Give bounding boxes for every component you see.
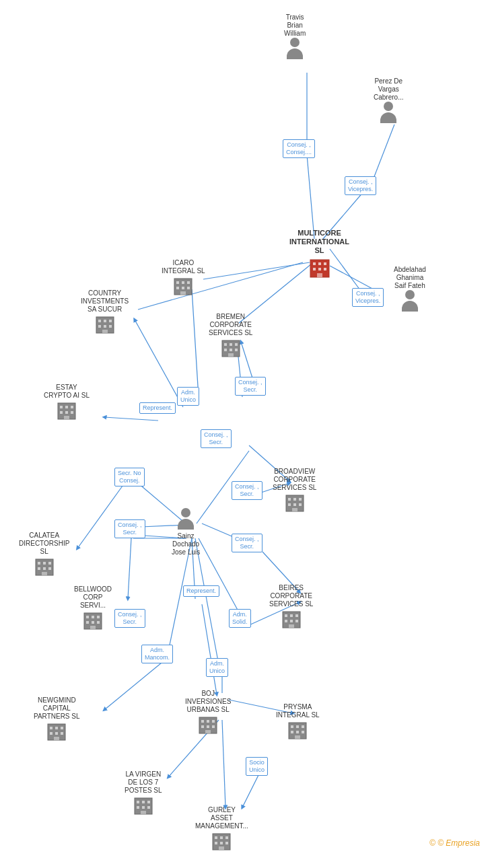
svg-rect-140 [141, 811, 146, 814]
node-boj: BOJINVERSIONESURBANAS SL [185, 690, 231, 735]
badge-adm-unico-boj: Adm.Unico [206, 658, 228, 677]
svg-rect-39 [318, 262, 321, 265]
svg-rect-75 [71, 411, 73, 414]
svg-rect-119 [207, 720, 209, 723]
svg-rect-47 [182, 281, 184, 284]
abdelahad-icon [399, 290, 421, 314]
svg-rect-59 [109, 325, 112, 328]
abdelahad-label: AbdelahadGhanimaSaif Fateh [394, 266, 426, 290]
svg-rect-50 [182, 287, 184, 289]
svg-rect-91 [48, 567, 51, 570]
svg-rect-40 [324, 262, 326, 265]
svg-line-22 [104, 663, 162, 710]
badge-consej-secr-broadview-top: Consej. ,Secr. [232, 481, 262, 500]
svg-line-11 [104, 417, 158, 421]
svg-rect-66 [230, 349, 232, 351]
svg-rect-71 [65, 406, 68, 408]
svg-line-1 [374, 124, 394, 178]
svg-rect-78 [288, 498, 291, 501]
svg-rect-57 [98, 325, 101, 328]
svg-rect-44 [317, 273, 322, 277]
svg-rect-51 [187, 287, 190, 289]
svg-rect-131 [302, 731, 304, 733]
node-la-virgen: LA VIRGENDE LOS 7POSTES SL [125, 770, 162, 816]
svg-rect-135 [142, 801, 145, 803]
boj-label: BOJINVERSIONESURBANAS SL [185, 690, 231, 714]
svg-rect-60 [102, 330, 108, 333]
node-multicore: MULTICOREINTERNATIONALSL [289, 229, 349, 280]
badge-secr-no-consej: Secr. NoConsej. [114, 468, 145, 486]
diagram-container: Travis Brian William Perez DeVargasCabre… [0, 0, 490, 855]
multicore-building-icon [308, 256, 332, 280]
svg-rect-96 [97, 616, 100, 618]
svg-rect-104 [295, 614, 298, 617]
svg-rect-58 [104, 325, 106, 328]
svg-rect-52 [180, 291, 186, 295]
icaro-building-icon [172, 275, 194, 297]
node-perez: Perez DeVargasCabrero... [374, 77, 403, 126]
badge-consej-secr-right: Consej. ,Secr. [232, 534, 262, 552]
svg-rect-86 [38, 562, 40, 565]
travis-icon [284, 38, 306, 62]
node-calatea: CALATEADIRECTORSHIPSL [19, 532, 69, 577]
beires-label: BEIRESCORPORATESERVICES SL [269, 584, 313, 608]
svg-rect-111 [55, 727, 58, 729]
node-broadview: BROADVIEWCORPORATESERVICES SL [273, 468, 316, 513]
beires-building-icon [281, 608, 302, 630]
svg-rect-80 [299, 498, 302, 501]
watermark-copyright: © [429, 838, 435, 848]
prysma-building-icon [287, 719, 308, 741]
svg-rect-73 [60, 411, 63, 414]
svg-rect-105 [285, 620, 287, 622]
badge-perez-multicore: Consej. ,Vicepres. [345, 176, 376, 195]
svg-rect-124 [205, 730, 211, 733]
node-icaro: ICAROINTEGRAL SL [162, 259, 205, 297]
svg-rect-130 [296, 731, 299, 733]
svg-rect-100 [90, 626, 96, 629]
node-country: COUNTRYINVESTMENTSSA SUCUR [81, 289, 129, 335]
broadview-label: BROADVIEWCORPORATESERVICES SL [273, 468, 316, 492]
svg-rect-38 [313, 262, 316, 265]
badge-adm-unico-icaro: Adm.Unico [177, 387, 199, 406]
svg-rect-94 [86, 616, 89, 618]
svg-rect-103 [290, 614, 293, 617]
estay-building-icon [56, 400, 77, 421]
svg-rect-98 [92, 621, 94, 624]
node-abdelahad: AbdelahadGhanimaSaif Fateh [394, 266, 426, 314]
svg-line-8 [135, 320, 183, 407]
svg-line-2 [307, 155, 314, 239]
svg-rect-81 [288, 503, 291, 506]
newgmind-label: NEWGMINDCAPITALPARTNERS SL [34, 696, 80, 721]
node-travis: Travis Brian William [284, 13, 306, 62]
svg-rect-64 [235, 343, 238, 346]
svg-rect-121 [201, 725, 204, 728]
svg-rect-127 [296, 725, 299, 728]
svg-rect-74 [65, 411, 68, 414]
svg-rect-65 [224, 349, 227, 351]
watermark: © © Empresia [429, 838, 480, 848]
svg-line-25 [242, 774, 259, 807]
badge-represent-boj: Represent. [183, 585, 219, 597]
svg-rect-122 [207, 725, 209, 728]
svg-rect-132 [295, 735, 300, 739]
svg-rect-54 [98, 320, 101, 322]
bellwood-building-icon [82, 610, 104, 631]
svg-rect-138 [142, 806, 145, 809]
badge-adm-solid-boj: Adm.Solid. [229, 609, 251, 628]
sainz-label: SainzDochadoJose Luis [172, 532, 200, 556]
svg-rect-41 [313, 268, 316, 270]
badge-travis-multicore: Consej. ,Consej.... [283, 139, 315, 158]
svg-rect-46 [176, 281, 179, 284]
badge-consej-secr-bellwood: Consej. ,Secr. [114, 609, 145, 628]
svg-line-15 [77, 483, 125, 548]
svg-rect-62 [224, 343, 227, 346]
svg-rect-48 [187, 281, 190, 284]
svg-rect-143 [220, 836, 223, 839]
svg-rect-148 [219, 846, 224, 850]
gurley-building-icon [211, 830, 232, 852]
badge-consej-secr-bremen: Consej. ,Secr. [235, 377, 266, 396]
node-sainz: SainzDochadoJose Luis [172, 508, 200, 556]
svg-rect-139 [147, 806, 150, 809]
svg-rect-42 [318, 268, 321, 270]
bremen-building-icon [220, 337, 242, 359]
